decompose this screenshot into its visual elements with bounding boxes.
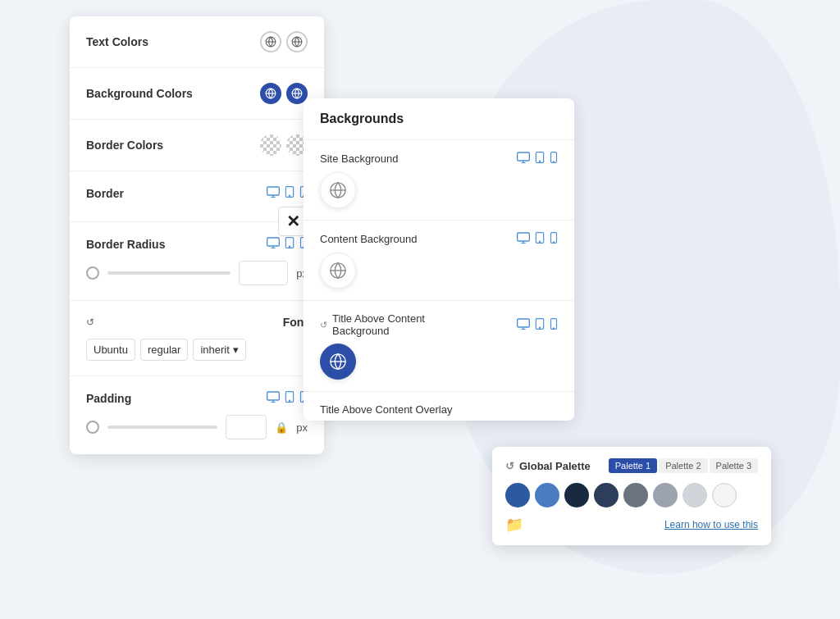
font-weight-select[interactable]: regular: [140, 339, 188, 361]
text-colors-section: Text Colors: [70, 16, 324, 68]
color-swatch-1[interactable]: [505, 483, 530, 507]
palette-folder-icon[interactable]: 📁: [505, 516, 523, 534]
border-radius-device-icons: [267, 237, 308, 251]
svg-rect-47: [518, 319, 530, 327]
svg-point-12: [289, 195, 290, 196]
left-settings-panel: Text Colors Background Colors: [70, 16, 324, 454]
text-colors-globe-2[interactable]: [286, 31, 308, 52]
title-above-content-overlay-label: Title Above Content Overlay: [320, 403, 452, 416]
content-bg-tablet-icon[interactable]: [535, 232, 545, 246]
global-palette-panel: ↺ Global Palette Palette 1 Palette 2 Pal…: [492, 447, 771, 545]
svg-point-44: [554, 242, 555, 243]
site-background-row: Site Background: [304, 140, 574, 221]
font-size-chevron: ▾: [233, 344, 239, 356]
title-above-content-overlay-row: Title Above Content Overlay: [304, 392, 574, 421]
title-above-bg-tablet-icon[interactable]: [535, 318, 545, 332]
padding-slider-track[interactable]: [107, 426, 217, 429]
border-radius-monitor-icon[interactable]: [267, 237, 280, 251]
border-radius-slider-row: px: [86, 261, 308, 285]
content-background-row: Content Background: [304, 221, 574, 301]
border-colors-label: Border Colors: [86, 139, 163, 152]
padding-monitor-icon[interactable]: [267, 391, 280, 405]
padding-tablet-icon[interactable]: [285, 391, 294, 405]
border-colors-checker-1[interactable]: [260, 134, 281, 156]
text-colors-globe-1[interactable]: [260, 31, 281, 52]
font-section: ↺ Font Ubuntu regular inherit ▾: [70, 301, 324, 376]
color-swatch-8[interactable]: [712, 483, 737, 507]
padding-slider-thumb[interactable]: [86, 421, 99, 434]
site-background-label: Site Background: [320, 152, 398, 165]
palette-tab-2[interactable]: Palette 2: [659, 458, 707, 473]
padding-input[interactable]: [226, 415, 267, 439]
svg-point-35: [554, 162, 555, 162]
palette-footer: 📁 Learn how to use this: [505, 516, 758, 534]
backgrounds-panel-header: Backgrounds: [304, 98, 574, 140]
content-bg-phone-icon[interactable]: [550, 232, 558, 246]
border-radius-slider-track[interactable]: [107, 271, 231, 275]
svg-point-51: [539, 327, 540, 328]
color-swatch-6[interactable]: [653, 483, 678, 507]
color-swatch-5[interactable]: [623, 483, 648, 507]
color-swatches-row: [505, 483, 758, 507]
palette-tabs: Palette 1 Palette 2 Palette 3: [609, 458, 758, 473]
svg-point-42: [539, 241, 540, 242]
background-colors-icons: [260, 83, 308, 104]
border-radius-label: Border Radius: [86, 238, 165, 251]
text-colors-label: Text Colors: [86, 35, 148, 48]
title-above-content-bg-row: ↺ Title Above ContentBackground: [304, 301, 574, 392]
content-background-label: Content Background: [320, 233, 418, 245]
background-colors-label: Background Colors: [86, 87, 193, 100]
palette-tab-1[interactable]: Palette 1: [609, 458, 657, 473]
title-above-content-bg-globe[interactable]: [320, 344, 356, 380]
border-colors-icons: [260, 134, 308, 156]
padding-unit: px: [296, 421, 308, 434]
content-background-globe[interactable]: [320, 253, 356, 289]
svg-point-26: [289, 400, 290, 401]
svg-rect-29: [518, 152, 530, 161]
palette-tab-3[interactable]: Palette 3: [710, 458, 758, 473]
background-colors-globe-1[interactable]: [260, 83, 281, 104]
border-tablet-icon[interactable]: [285, 186, 294, 200]
title-above-bg-monitor-icon[interactable]: [517, 318, 530, 332]
padding-slider-row: 🔒 px: [86, 415, 308, 439]
padding-label: Padding: [86, 392, 131, 405]
svg-rect-38: [518, 233, 530, 241]
svg-rect-8: [267, 187, 280, 195]
background-colors-section: Background Colors: [70, 68, 324, 120]
site-bg-phone-icon[interactable]: [550, 152, 558, 166]
content-bg-monitor-icon[interactable]: [517, 232, 530, 246]
color-swatch-4[interactable]: [594, 483, 619, 507]
border-radius-input[interactable]: [239, 261, 288, 285]
color-swatch-7[interactable]: [682, 483, 707, 507]
palette-rotate-icon: ↺: [505, 460, 514, 472]
border-section: Border ✕: [70, 171, 324, 222]
site-background-globe[interactable]: [320, 172, 356, 208]
svg-point-33: [539, 161, 540, 162]
border-radius-slider-thumb[interactable]: [86, 266, 99, 280]
palette-title: ↺ Global Palette: [505, 460, 591, 472]
site-bg-monitor-icon[interactable]: [517, 152, 530, 166]
color-swatch-2[interactable]: [535, 483, 559, 507]
border-radius-tablet-icon[interactable]: [285, 237, 294, 251]
font-family-select[interactable]: Ubuntu: [86, 339, 135, 361]
padding-lock-icon[interactable]: 🔒: [275, 421, 288, 434]
backgrounds-panel: Backgrounds Site Background Content: [304, 98, 574, 421]
learn-how-link[interactable]: Learn how to use this: [664, 519, 758, 530]
font-selects-row: Ubuntu regular inherit ▾: [86, 339, 308, 361]
border-monitor-icon[interactable]: [267, 186, 280, 200]
site-bg-tablet-icon[interactable]: [535, 152, 545, 166]
title-above-content-bg-label: Title Above ContentBackground: [332, 312, 425, 337]
title-above-bg-phone-icon[interactable]: [550, 318, 558, 332]
palette-header: ↺ Global Palette Palette 1 Palette 2 Pal…: [505, 458, 758, 473]
padding-section: Padding 🔒 px: [70, 376, 324, 454]
svg-rect-15: [267, 238, 280, 246]
backgrounds-panel-title: Backgrounds: [320, 112, 404, 125]
text-colors-icons: [260, 31, 308, 52]
padding-device-icons: [267, 391, 308, 405]
font-rotate-icon: ↺: [86, 316, 94, 328]
color-swatch-3[interactable]: [564, 483, 589, 507]
svg-point-19: [289, 246, 290, 247]
font-size-select[interactable]: inherit ▾: [193, 339, 245, 361]
border-device-icons: [267, 186, 308, 200]
border-colors-section: Border Colors: [70, 120, 324, 171]
